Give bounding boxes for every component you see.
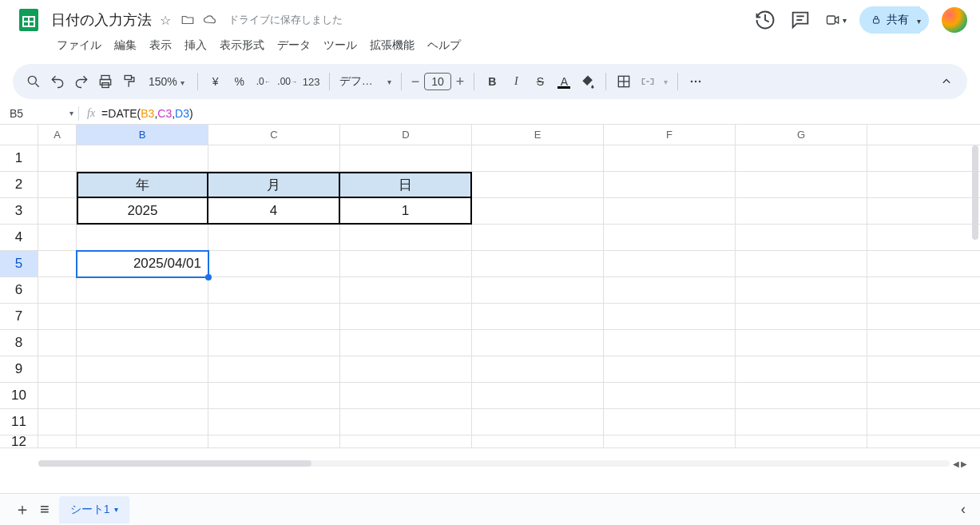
cell-C11[interactable] (208, 409, 340, 436)
font-dropdown-icon[interactable]: ▾ (387, 78, 391, 86)
cell-G7[interactable] (736, 304, 867, 330)
strike-icon[interactable]: S (532, 74, 548, 89)
cell-extra1[interactable] (867, 145, 980, 172)
row-header-8[interactable]: 8 (0, 330, 38, 356)
cell-C12[interactable] (208, 436, 340, 448)
cell-A1[interactable] (38, 145, 77, 172)
cell-C3[interactable]: 4 (208, 198, 340, 225)
cell-B1[interactable] (77, 145, 208, 172)
cell-E2[interactable] (472, 172, 604, 198)
row-header-6[interactable]: 6 (0, 277, 38, 304)
cell-C5[interactable] (208, 251, 340, 277)
history-icon[interactable] (754, 9, 776, 31)
cell-E5[interactable] (472, 251, 604, 277)
sheets-logo[interactable] (13, 4, 45, 36)
cell-D5[interactable] (340, 251, 472, 277)
col-header-extra[interactable] (867, 125, 980, 145)
cell-C8[interactable] (208, 330, 340, 356)
currency-icon[interactable]: ¥ (208, 74, 224, 89)
search-icon[interactable] (26, 74, 42, 89)
name-box[interactable]: B5 ▾ (10, 107, 73, 120)
cell-F9[interactable] (604, 356, 736, 383)
cell-E11[interactable] (472, 409, 604, 436)
spreadsheet-grid[interactable]: A B C D E F G 1 2 年 月 日 3 2025 4 1 (0, 125, 980, 448)
cell-B7[interactable] (77, 304, 208, 330)
cell-D12[interactable] (340, 436, 472, 448)
cell-B6[interactable] (77, 277, 208, 304)
row-header-11[interactable]: 11 (0, 409, 38, 436)
cell-E10[interactable] (472, 383, 604, 409)
cell-A8[interactable] (38, 330, 77, 356)
merge-dropdown-icon[interactable]: ▾ (664, 78, 668, 86)
cell-D11[interactable] (340, 409, 472, 436)
col-header-E[interactable]: E (472, 125, 604, 145)
comments-icon[interactable] (789, 9, 811, 31)
row-header-7[interactable]: 7 (0, 304, 38, 330)
cell-B8[interactable] (77, 330, 208, 356)
decrease-font-icon[interactable]: − (411, 74, 420, 90)
cell-B12[interactable] (77, 436, 208, 448)
bold-icon[interactable]: B (484, 74, 500, 89)
star-icon[interactable]: ☆ (158, 13, 173, 27)
row-header-2[interactable]: 2 (0, 172, 38, 198)
cell-F5[interactable] (604, 251, 736, 277)
menu-file[interactable]: ファイル (51, 35, 107, 56)
cell-C7[interactable] (208, 304, 340, 330)
cell-E3[interactable] (472, 198, 604, 225)
cell-extra10[interactable] (867, 383, 980, 409)
cell-F4[interactable] (604, 225, 736, 251)
col-header-D[interactable]: D (340, 125, 472, 145)
cell-extra5[interactable] (867, 251, 980, 277)
zoom-select[interactable]: 150% ▾ (145, 75, 188, 88)
cell-D2[interactable]: 日 (340, 172, 472, 198)
cell-F1[interactable] (604, 145, 736, 172)
cell-F8[interactable] (604, 330, 736, 356)
collapse-toolbar-icon[interactable] (938, 74, 954, 89)
cell-E12[interactable] (472, 436, 604, 448)
add-sheet-icon[interactable]: ＋ (14, 499, 30, 520)
cell-F3[interactable] (604, 198, 736, 225)
menu-tools[interactable]: ツール (318, 35, 363, 56)
cell-A7[interactable] (38, 304, 77, 330)
cell-B11[interactable] (77, 409, 208, 436)
row-header-1[interactable]: 1 (0, 145, 38, 172)
cell-E1[interactable] (472, 145, 604, 172)
sheet-tab-menu-icon[interactable]: ▾ (114, 505, 118, 514)
merge-icon[interactable] (640, 74, 656, 89)
text-color-icon[interactable]: A (556, 74, 572, 89)
col-header-G[interactable]: G (736, 125, 867, 145)
cell-G3[interactable] (736, 198, 867, 225)
cell-F2[interactable] (604, 172, 736, 198)
cell-G9[interactable] (736, 356, 867, 383)
cell-extra6[interactable] (867, 277, 980, 304)
cell-E8[interactable] (472, 330, 604, 356)
cell-C1[interactable] (208, 145, 340, 172)
redo-icon[interactable] (73, 74, 89, 89)
formula-bar[interactable]: =DATE(B3,C3,D3) (101, 107, 193, 120)
col-header-B[interactable]: B (77, 125, 208, 145)
cell-B4[interactable] (77, 225, 208, 251)
cell-extra3[interactable] (867, 198, 980, 225)
cell-extra2[interactable] (867, 172, 980, 198)
all-sheets-icon[interactable]: ≡ (40, 500, 50, 519)
cell-D7[interactable] (340, 304, 472, 330)
cell-F10[interactable] (604, 383, 736, 409)
cell-A12[interactable] (38, 436, 77, 448)
cell-D10[interactable] (340, 383, 472, 409)
row-header-3[interactable]: 3 (0, 198, 38, 225)
row-header-12[interactable]: 12 (0, 436, 38, 448)
cell-G6[interactable] (736, 277, 867, 304)
cell-A3[interactable] (38, 198, 77, 225)
col-header-C[interactable]: C (208, 125, 340, 145)
cell-extra12[interactable] (867, 436, 980, 448)
cell-B2[interactable]: 年 (77, 172, 208, 198)
row-header-9[interactable]: 9 (0, 356, 38, 383)
cell-E9[interactable] (472, 356, 604, 383)
cell-D3[interactable]: 1 (340, 198, 472, 225)
move-icon[interactable] (181, 13, 195, 27)
cell-extra4[interactable] (867, 225, 980, 251)
sheet-tab-1[interactable]: シート1 ▾ (59, 496, 130, 523)
menu-help[interactable]: ヘルプ (422, 35, 466, 56)
borders-icon[interactable] (616, 74, 632, 89)
cell-G11[interactable] (736, 409, 867, 436)
